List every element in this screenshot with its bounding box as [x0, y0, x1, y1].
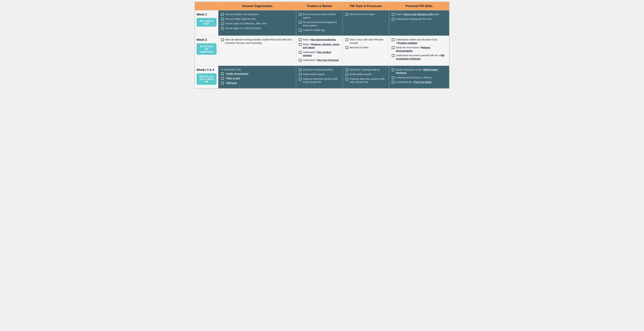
- week34-col4: Study introduction of the ↗B2B Product P…: [389, 66, 449, 89]
- arrow-icon: ↗: [310, 43, 312, 46]
- week34-col1-intro: In Confluence, find: [221, 68, 293, 71]
- week2-col4: Understand content and structure of our …: [389, 36, 449, 66]
- checkbox-icon: [221, 27, 224, 30]
- how-to-get-started-link[interactable]: How to Get Started as PM: [404, 13, 432, 16]
- checkbox-icon: [299, 39, 302, 41]
- list-item: Get your office ready for work: [221, 18, 293, 21]
- list-item: Attend the Training Academy: [346, 68, 386, 72]
- week2-col2: Read ↗Our brand positioning Study ↗Purpo…: [296, 36, 343, 66]
- week34-col3-list: Attend the Training Academy Study analys…: [346, 68, 386, 84]
- list-item: Understand ↗Our product strategy: [299, 51, 340, 57]
- week1-col1-list: Set up hardware and equipment Get your o…: [221, 13, 293, 30]
- list-item: Organize deep dive sessions with every d…: [346, 77, 386, 84]
- list-item: ↗Who is who: [221, 77, 293, 80]
- list-item: ↗HR tools: [221, 81, 293, 85]
- week34-label-cell: Weeks 3 & 4 Get into your way of doing P…: [195, 66, 218, 89]
- product-roadmap-link[interactable]: Product roadmap: [398, 42, 417, 44]
- checkbox-icon: [221, 22, 224, 25]
- list-item: Understand and assess yourself with the …: [392, 54, 446, 61]
- arrow-icon: ↗: [225, 82, 227, 84]
- pm-competency-link[interactable]: PM Competency Rolemap: [396, 54, 444, 60]
- list-item: Study analyst reports: [346, 73, 386, 76]
- arrow-icon: ↗: [316, 59, 318, 62]
- week2-col1: Have all relevant meetings booked, insid…: [218, 36, 296, 66]
- week2-col2-list: Read ↗Our brand positioning Study ↗Purpo…: [299, 38, 340, 62]
- checkbox-icon: [346, 46, 348, 49]
- list-item: Ensure logins to Confluence, JIRA, Miro: [221, 22, 293, 25]
- header-col4: Personal PM Skills: [389, 2, 449, 11]
- list-item: Understand content and structure of our …: [392, 38, 446, 45]
- checkbox-icon: [221, 39, 224, 41]
- list-item: Read ↗How to Get Started as PM guide: [392, 13, 446, 16]
- checkbox-icon: [299, 29, 302, 32]
- list-item: Understand ↗Our User Personas: [299, 59, 340, 62]
- list-item: Attend the Training Academy: [299, 68, 340, 72]
- arrow-icon: ↗: [396, 42, 398, 44]
- checkbox-icon: [346, 39, 348, 41]
- four-key-risks-link[interactable]: Four Key Risks: [414, 81, 432, 83]
- checkbox-icon: [392, 13, 394, 16]
- list-item: Ensure access to internal demo system: [299, 13, 340, 19]
- week2-col3: Have 1-on1s with each PM team member Mee…: [343, 36, 389, 66]
- week2-label-cell: Week 2 Get to know the organization: [195, 36, 218, 66]
- user-personas-link[interactable]: Our User Personas: [318, 59, 339, 62]
- code-of-inspiration-link[interactable]: Code of Inspiration: [227, 72, 248, 75]
- week1-label-cell: Week 1 Get ready to work: [195, 11, 218, 36]
- checkbox-icon: [392, 46, 394, 49]
- who-is-who-link[interactable]: Who is who: [227, 77, 240, 80]
- arrow-icon: ↗: [225, 77, 227, 80]
- release-documentation-link[interactable]: Release documentation: [396, 46, 430, 52]
- checkbox-icon: [346, 13, 348, 16]
- week34-badge: Get into your way of doing PM: [196, 73, 216, 85]
- purpose-mission-link[interactable]: Purpose, mission, vision, and values: [303, 43, 340, 49]
- week34-title: Weeks 3 & 4: [196, 68, 216, 72]
- list-item: Install the mobile app: [299, 29, 340, 32]
- list-item: Understand Discovery vs. Delivery: [392, 76, 446, 79]
- week2-col4-list: Understand content and structure of our …: [392, 38, 446, 61]
- arrow-icon: ↗: [402, 13, 404, 16]
- week1-col1: Set up hardware and equipment Get your o…: [218, 11, 296, 36]
- header-col2: Product & Market: [296, 2, 343, 11]
- checkbox-icon: [221, 73, 224, 75]
- b2b-playbook-link[interactable]: B2B Product Playbook: [396, 68, 438, 74]
- list-item: Set up hardware and equipment: [221, 13, 293, 16]
- checkbox-icon: [221, 13, 224, 16]
- checkbox-icon: [299, 78, 302, 80]
- week1-col2-list: Ensure access to internal demo system Se…: [299, 13, 340, 32]
- week2-title: Week 2: [196, 38, 216, 42]
- checkbox-icon: [299, 21, 302, 24]
- checkbox-icon: [299, 43, 302, 46]
- arrow-icon: ↗: [225, 72, 227, 75]
- checkbox-icon: [346, 78, 348, 80]
- week1-row: Week 1 Get ready to work Set up hardware…: [195, 11, 449, 36]
- checkbox-icon: [299, 69, 302, 71]
- week34-col1-list: ↗Code of Inspiration ↗Who is who ↗HR too…: [221, 72, 293, 85]
- arrow-icon: ↗: [316, 51, 318, 54]
- week34-col3: Attend the Training Academy Study analys…: [343, 66, 389, 89]
- hr-tools-link[interactable]: HR tools: [227, 82, 237, 84]
- list-item: Onboarding meeting with the CPO: [392, 18, 446, 21]
- checkbox-icon: [392, 76, 394, 79]
- week1-title: Week 1: [196, 13, 216, 16]
- checkbox-icon: [221, 82, 224, 84]
- week34-col4-list: Study introduction of the ↗B2B Product P…: [392, 68, 446, 84]
- arrow-icon: ↗: [309, 38, 311, 41]
- checkbox-icon: [299, 13, 302, 16]
- week2-col1-list: Have all relevant meetings booked, insid…: [221, 38, 293, 45]
- list-item: Study ↗Purpose, mission, vision, and val…: [299, 43, 340, 49]
- week1-col4-list: Read ↗How to Get Started as PM guide Onb…: [392, 13, 446, 21]
- checkbox-icon: [346, 69, 348, 71]
- arrow-icon: ↗: [439, 54, 441, 57]
- week1-col4: Read ↗How to Get Started as PM guide Onb…: [389, 11, 449, 36]
- arrow-icon: ↗: [419, 46, 421, 49]
- week2-row: Week 2 Get to know the organization Have…: [195, 36, 449, 66]
- checkbox-icon: [346, 73, 348, 76]
- arrow-icon: ↗: [412, 81, 414, 83]
- week34-col2: Attend the Training Academy Study analys…: [296, 66, 343, 89]
- list-item: Study introduction of the ↗B2B Product P…: [392, 68, 446, 75]
- list-item: Have all relevant meetings booked, insid…: [221, 38, 293, 45]
- list-item: Meet the UX team: [346, 46, 386, 49]
- list-item: Study analyst reports: [299, 73, 340, 76]
- brand-positioning-link[interactable]: Our brand positioning: [311, 38, 336, 41]
- list-item: Organize deep dive sessions with every d…: [299, 77, 340, 84]
